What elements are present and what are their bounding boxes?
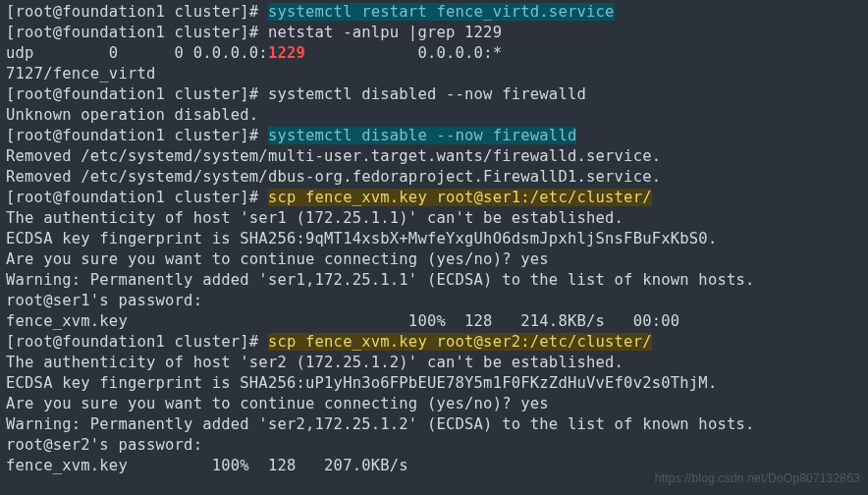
terminal-line: Are you sure you want to continue connec… [6,249,862,270]
output-text: 0.0.0.0:* [305,44,502,62]
terminal-line: fence_xvm.key 100% 128 214.8KB/s 00:00 [6,311,862,332]
output-text: Warning: Permanently added 'ser1,172.25.… [6,271,755,289]
terminal-line: Are you sure you want to continue connec… [6,394,862,414]
shell-prompt: [root@foundation1 cluster]# [6,3,268,21]
command-highlight: systemctl restart fence_virtd.service [268,3,615,21]
output-text: fence_xvm.key 100% 128 214.8KB/s 00:00 [6,312,679,330]
command-highlight: systemctl disable --now firewalld [268,127,577,144]
terminal-line: The authenticity of host 'ser1 (172.25.1… [6,208,862,229]
terminal-line: [root@foundation1 cluster]# netstat -anl… [6,23,862,43]
terminal-line: Warning: Permanently added 'ser2,172.25.… [6,414,862,435]
output-text: Unknown operation disabled. [6,106,258,124]
output-text: Warning: Permanently added 'ser2,172.25.… [6,415,755,433]
terminal-output[interactable]: [root@foundation1 cluster]# systemctl re… [0,0,868,478]
terminal-line: udp 0 0 0.0.0.0:1229 0.0.0.0:* [6,43,862,64]
output-text: Are you sure you want to continue connec… [6,250,549,268]
terminal-line: [root@foundation1 cluster]# systemctl re… [6,2,862,23]
shell-prompt: [root@foundation1 cluster]# [6,333,268,351]
terminal-line: [root@foundation1 cluster]# scp fence_xv… [6,332,862,353]
output-text: ECDSA key fingerprint is SHA256:9qMT14xs… [6,230,717,248]
match-highlight: 1229 [268,44,305,62]
command-highlight: scp fence_xvm.key root@ser1:/etc/cluster… [268,189,652,206]
shell-prompt: [root@foundation1 cluster]# [6,24,268,41]
shell-prompt: [root@foundation1 cluster]# [6,127,268,144]
output-text: Removed /etc/systemd/system/dbus-org.fed… [6,168,661,186]
terminal-line: 7127/fence_virtd [6,64,862,84]
terminal-line: ECDSA key fingerprint is SHA256:9qMT14xs… [6,229,862,249]
shell-prompt: [root@foundation1 cluster]# [6,85,268,103]
terminal-line: Unknown operation disabled. [6,105,862,126]
output-text: root@ser1's password: [6,292,202,309]
terminal-line: Warning: Permanently added 'ser1,172.25.… [6,270,862,291]
terminal-line: [root@foundation1 cluster]# systemctl di… [6,126,862,146]
output-text: udp 0 0 0.0.0.0: [6,44,268,62]
output-text: Removed /etc/systemd/system/multi-user.t… [6,147,661,165]
shell-prompt: [root@foundation1 cluster]# [6,189,268,206]
output-text: The authenticity of host 'ser1 (172.25.1… [6,209,624,227]
output-text: systemctl disabled --now firewalld [268,85,586,103]
terminal-line: fence_xvm.key 100% 128 207.0KB/s [6,456,862,476]
output-text: root@ser2's password: [6,436,202,454]
output-text: The authenticity of host 'ser2 (172.25.1… [6,354,624,371]
output-text: Are you sure you want to continue connec… [6,395,549,412]
terminal-line: Removed /etc/systemd/system/dbus-org.fed… [6,167,862,188]
terminal-line: [root@foundation1 cluster]# systemctl di… [6,84,862,105]
terminal-line: root@ser2's password: [6,435,862,456]
terminal-line: Removed /etc/systemd/system/multi-user.t… [6,146,862,167]
output-text: netstat -anlpu |grep 1229 [268,24,502,41]
terminal-line: ECDSA key fingerprint is SHA256:uP1yHn3o… [6,373,862,394]
output-text: fence_xvm.key 100% 128 207.0KB/s [6,457,408,474]
terminal-line: root@ser1's password: [6,291,862,311]
terminal-line: [root@foundation1 cluster]# scp fence_xv… [6,188,862,208]
terminal-line: The authenticity of host 'ser2 (172.25.1… [6,353,862,373]
output-text: ECDSA key fingerprint is SHA256:uP1yHn3o… [6,374,717,392]
output-text: 7127/fence_virtd [6,65,156,82]
command-highlight: scp fence_xvm.key root@ser2:/etc/cluster… [268,333,652,351]
